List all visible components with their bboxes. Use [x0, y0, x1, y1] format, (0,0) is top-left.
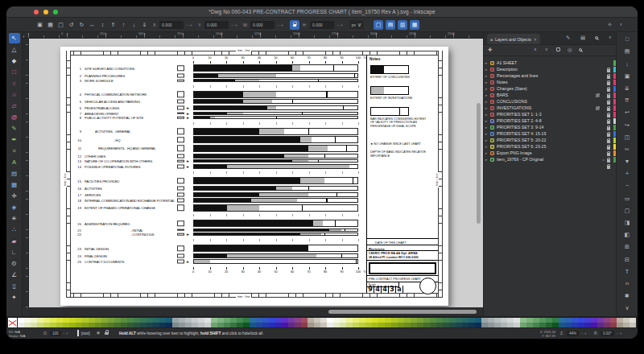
layer-row[interactable]: ▸INVESTIGATIONS — [484, 105, 616, 111]
layer-name[interactable]: INVESTIGATIONS — [497, 105, 531, 110]
lock-ratio-button[interactable] — [290, 20, 299, 30]
y-field[interactable]: 0.000 — [204, 21, 229, 29]
palette-swatch[interactable] — [411, 323, 417, 327]
palette-swatch[interactable] — [565, 323, 572, 327]
node-tool-icon[interactable]: △ — [9, 44, 20, 55]
palette-swatch[interactable] — [301, 323, 308, 327]
zoom-out-icon[interactable]: − — [621, 180, 633, 191]
redo-icon[interactable]: ↪ — [621, 120, 633, 130]
palette-swatch[interactable] — [533, 323, 539, 327]
shape-builder-tool-icon[interactable]: ◆ — [9, 56, 20, 66]
tab-export-icon[interactable]: ▤ — [580, 35, 585, 41]
palette-swatch[interactable] — [101, 323, 108, 327]
palette-swatch[interactable] — [95, 323, 101, 327]
expand-chevron-icon[interactable]: ▸ — [485, 87, 487, 91]
ellipse-tool-icon[interactable]: ○ — [9, 78, 20, 88]
spiral-tool-icon[interactable]: @ — [9, 112, 20, 122]
lower-icon[interactable]: ↓ — [130, 20, 138, 29]
expand-chevron-icon[interactable]: ▸ — [485, 132, 487, 136]
expand-chevron-icon[interactable]: ▸ — [485, 61, 487, 65]
layer-name[interactable]: PRIORITIES SET 3: 9-14 — [497, 125, 543, 130]
layer-icon[interactable] — [490, 74, 494, 78]
palette-swatch[interactable] — [140, 323, 147, 327]
layer-row[interactable]: ▸Description — [484, 66, 616, 72]
palette-swatch[interactable] — [488, 323, 494, 327]
zoom-spinner[interactable]: − + — [581, 331, 587, 335]
layer-name[interactable]: Changes (Stars) — [497, 86, 527, 91]
palette-swatch[interactable] — [269, 323, 275, 327]
eraser-tool-icon[interactable]: ▰ — [9, 236, 20, 246]
document-page[interactable]: trim ↓ line trim ↑ line trim ↓ line trim… — [60, 47, 448, 306]
palette-swatch[interactable] — [597, 323, 604, 327]
zoom-tool-icon[interactable]: ⊙ — [9, 258, 20, 269]
palette-swatch[interactable] — [56, 323, 63, 327]
layer-visibility-icon[interactable]: ◉ — [97, 331, 100, 335]
move-layer-down-icon[interactable]: ∨ — [545, 47, 548, 51]
layer-icon[interactable] — [490, 113, 494, 117]
palette-swatch[interactable] — [43, 323, 50, 327]
rotation-field[interactable]: 0.00° — [601, 331, 614, 336]
palette-swatch[interactable] — [391, 323, 398, 327]
rectangle-tool-icon[interactable]: □ — [9, 67, 20, 77]
palette-swatch[interactable] — [89, 323, 95, 327]
expand-chevron-icon[interactable]: ▸ — [485, 138, 487, 142]
zoom-field[interactable]: 44% — [567, 331, 579, 336]
layer-row[interactable]: ▸PRIORITIES SET 4: 15-19 — [484, 130, 616, 137]
expand-chevron-icon[interactable]: ▸ — [485, 126, 487, 130]
tab-layers-and-objects[interactable]: ≡ Layers and Objects ✕ — [487, 34, 540, 44]
palette-swatch[interactable] — [282, 323, 288, 327]
text-dialog-icon[interactable]: T — [621, 266, 633, 277]
palette-swatch[interactable] — [275, 323, 282, 327]
layer-row[interactable]: ▸Export PNG Image — [484, 150, 616, 156]
layer-name[interactable]: Notes — [497, 80, 508, 84]
palette-swatch[interactable] — [539, 323, 546, 327]
opacity-spinner[interactable]: − + — [63, 331, 68, 335]
snapping-icon[interactable]: ✧ — [605, 20, 614, 29]
palette-swatch[interactable] — [320, 323, 327, 327]
expand-chevron-icon[interactable]: ▸ — [485, 74, 487, 78]
palette-swatch[interactable] — [127, 323, 134, 327]
layer-name[interactable]: item_19769 - CP Original — [497, 157, 543, 162]
panel-menu-chevron-icon[interactable]: ∨ — [609, 35, 612, 39]
palette-swatch[interactable] — [204, 323, 211, 327]
spray-tool-icon[interactable]: ∴ — [9, 224, 20, 235]
cut-icon[interactable]: ✂ — [621, 144, 633, 154]
h-field[interactable]: 0.000 — [310, 21, 334, 29]
layer-icon[interactable] — [490, 68, 494, 72]
layer-icon[interactable] — [490, 132, 494, 136]
palette-swatch[interactable] — [475, 323, 481, 327]
layer-name[interactable]: CONCLUSIONS — [497, 99, 527, 104]
raise-to-top-icon[interactable]: ⇑ — [109, 20, 118, 29]
palette-swatch[interactable] — [456, 323, 462, 327]
palette-swatch[interactable] — [623, 323, 630, 327]
layer-name[interactable]: PRIORITIES SET 6: 23-25 — [497, 144, 546, 149]
palette-swatch[interactable] — [617, 323, 623, 327]
h-spinner[interactable]: − + — [336, 23, 343, 27]
palette-swatch[interactable] — [224, 323, 230, 327]
scale-corners-toggle[interactable]: ▤ — [386, 20, 395, 30]
palette-swatch[interactable] — [153, 323, 159, 327]
vertical-ruler[interactable] — [23, 39, 29, 307]
pen-tool-icon[interactable]: ✒ — [9, 134, 20, 145]
xml-editor-icon[interactable]: ‹› — [621, 278, 633, 289]
expand-chevron-icon[interactable]: ▸ — [485, 93, 487, 97]
palette-swatch[interactable] — [526, 323, 533, 327]
y-spinner[interactable]: − + — [231, 23, 237, 27]
zoom-button[interactable] — [53, 10, 58, 14]
undo-icon[interactable]: ↩ — [621, 107, 633, 117]
palette-swatch[interactable] — [256, 323, 262, 327]
palette-swatch[interactable] — [211, 323, 217, 327]
tweak-tool-icon[interactable]: ✳ — [9, 213, 20, 224]
palette-swatch[interactable] — [114, 323, 121, 327]
select-all-layers-icon[interactable]: ▦ — [46, 20, 55, 29]
paint-bucket-tool-icon[interactable]: ◈ — [9, 202, 20, 212]
layer-row[interactable]: ▸PRIORITIES SET 2: 4-8 — [484, 117, 616, 124]
rotate-ccw-icon[interactable]: ↺ — [67, 20, 76, 29]
palette-swatch[interactable] — [514, 323, 520, 327]
snap-popover-chevron-icon[interactable]: ‹ — [617, 20, 625, 29]
gradient-tool-icon[interactable]: ▤ — [9, 168, 20, 179]
palette-swatch[interactable] — [404, 323, 411, 327]
rotation-spinner[interactable]: − + — [617, 331, 622, 335]
palette-swatch[interactable] — [340, 323, 346, 327]
palette-swatch[interactable] — [82, 323, 89, 327]
